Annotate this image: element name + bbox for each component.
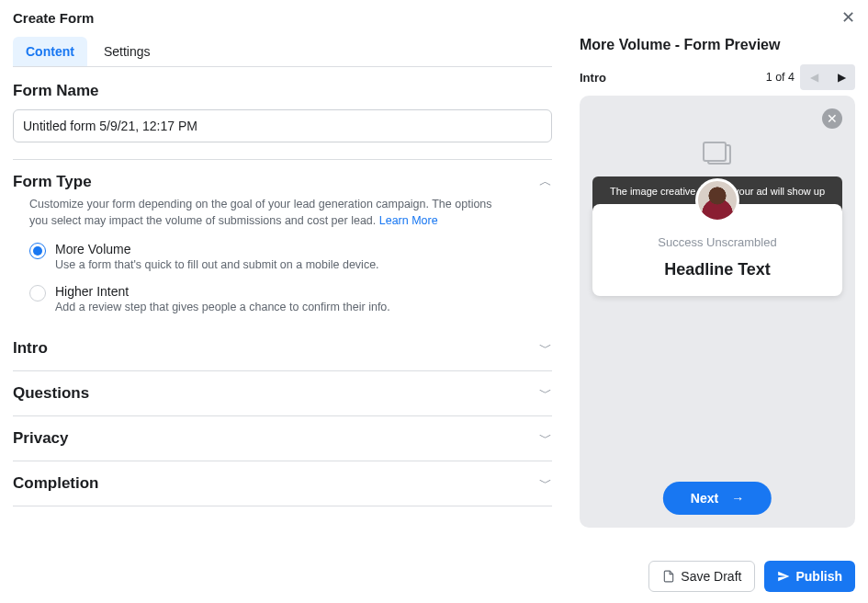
form-preview: ✕ The image creative used in your ad wil… — [580, 96, 855, 528]
section-completion[interactable]: Completion ﹀ — [13, 461, 552, 506]
preview-card: Success Unscrambled Headline Text — [592, 204, 842, 296]
save-draft-label: Save Draft — [681, 569, 741, 584]
preview-next-cta[interactable]: Next → — [663, 482, 772, 515]
chevron-down-icon: ﹀ — [539, 340, 552, 357]
section-intro-label: Intro — [13, 339, 48, 358]
document-icon — [662, 570, 675, 583]
form-type-title: Form Type — [13, 173, 92, 191]
chevron-up-icon[interactable]: ︿ — [539, 174, 552, 190]
publish-button[interactable]: Publish — [764, 561, 855, 592]
preview-brand: Success Unscrambled — [602, 235, 833, 249]
section-questions-label: Questions — [13, 384, 89, 403]
radio-more-volume[interactable] — [29, 243, 46, 259]
chevron-down-icon: ﹀ — [539, 430, 552, 447]
chevron-down-icon: ﹀ — [539, 385, 552, 402]
form-type-description: Customize your form depending on the goa… — [29, 197, 507, 229]
radio-higher-intent-sub: Add a review step that gives people a ch… — [55, 301, 390, 313]
chevron-down-icon: ﹀ — [539, 475, 552, 492]
section-intro[interactable]: Intro ﹀ — [13, 326, 552, 371]
form-name-input[interactable] — [13, 109, 552, 142]
tab-content[interactable]: Content — [13, 37, 87, 66]
preview-title: More Volume - Form Preview — [580, 37, 855, 53]
send-icon — [777, 570, 790, 583]
learn-more-link[interactable]: Learn More — [379, 214, 438, 227]
tabs: Content Settings — [13, 37, 552, 67]
radio-higher-intent-label: Higher Intent — [55, 284, 390, 299]
preview-step-label: Intro — [580, 71, 606, 85]
preview-prev-button[interactable]: ◀ — [800, 64, 828, 90]
image-placeholder-icon — [703, 142, 732, 165]
save-draft-button[interactable]: Save Draft — [648, 561, 755, 592]
preview-close-icon[interactable]: ✕ — [822, 108, 842, 129]
preview-next-label: Next — [691, 491, 718, 506]
radio-more-volume-sub: Use a form that's quick to fill out and … — [55, 258, 379, 271]
section-completion-label: Completion — [13, 474, 99, 493]
preview-counter: 1 of 4 — [766, 71, 795, 84]
preview-headline: Headline Text — [602, 260, 833, 279]
section-privacy[interactable]: Privacy ﹀ — [13, 416, 552, 461]
preview-next-button[interactable]: ▶ — [828, 64, 855, 90]
publish-label: Publish — [795, 569, 842, 584]
tab-settings[interactable]: Settings — [91, 37, 163, 66]
arrow-right-icon: → — [731, 491, 744, 506]
close-icon[interactable]: ✕ — [841, 9, 855, 26]
form-name-label: Form Name — [13, 82, 552, 100]
avatar — [695, 178, 739, 222]
page-title: Create Form — [13, 10, 94, 26]
divider — [13, 159, 552, 160]
section-privacy-label: Privacy — [13, 429, 69, 448]
section-questions[interactable]: Questions ﹀ — [13, 371, 552, 416]
radio-higher-intent[interactable] — [29, 285, 46, 302]
radio-more-volume-label: More Volume — [55, 242, 379, 256]
